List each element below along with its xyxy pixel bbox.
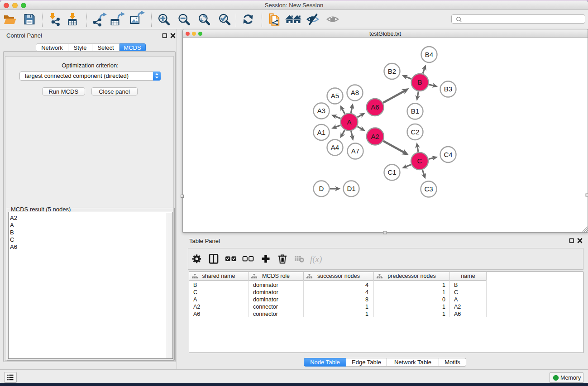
svg-text:B1: B1 xyxy=(411,107,419,115)
svg-text:A: A xyxy=(347,118,351,126)
svg-text:D: D xyxy=(319,185,324,192)
svg-text:B3: B3 xyxy=(444,85,452,93)
svg-text:B2: B2 xyxy=(388,67,396,75)
svg-text:A5: A5 xyxy=(331,92,339,100)
svg-text:A3: A3 xyxy=(317,107,325,114)
svg-text:A7: A7 xyxy=(351,147,359,155)
svg-text:A2: A2 xyxy=(371,133,379,140)
svg-text:C: C xyxy=(417,157,422,165)
svg-text:C3: C3 xyxy=(424,185,433,193)
svg-text:D1: D1 xyxy=(347,185,355,192)
svg-text:A8: A8 xyxy=(351,89,359,96)
svg-text:B: B xyxy=(418,78,422,86)
svg-text:C1: C1 xyxy=(387,168,396,176)
svg-text:A1: A1 xyxy=(317,129,325,136)
svg-text:A4: A4 xyxy=(331,143,339,151)
svg-text:f(x): f(x) xyxy=(310,254,322,264)
svg-text:C2: C2 xyxy=(411,128,419,136)
svg-text:B4: B4 xyxy=(425,51,433,58)
svg-text:A6: A6 xyxy=(371,103,379,111)
svg-text:C4: C4 xyxy=(444,151,452,158)
